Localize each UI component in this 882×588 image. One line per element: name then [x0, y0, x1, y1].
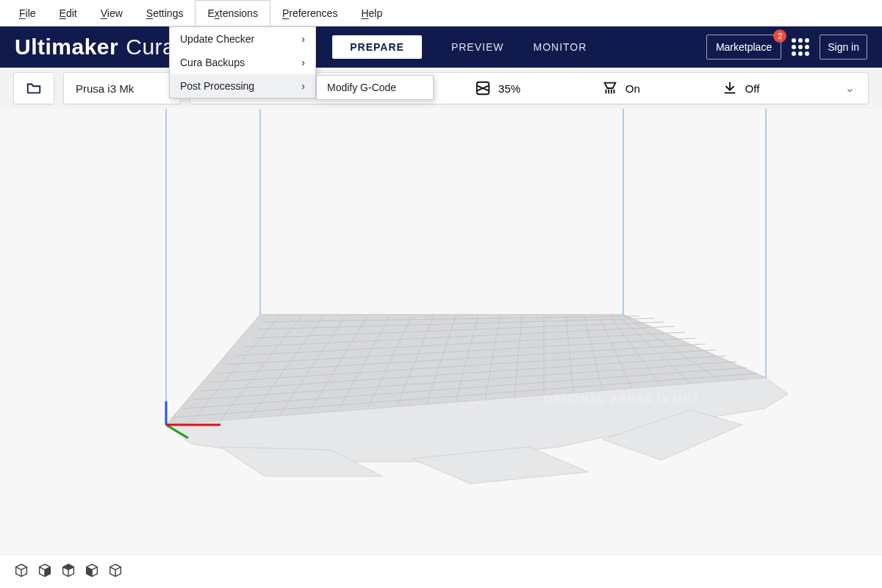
- printer-selector[interactable]: Prusa i3 Mk: [63, 72, 181, 104]
- dropdown-post-processing-label: Post Processing: [180, 80, 254, 92]
- view-3d-icon[interactable]: [13, 562, 29, 581]
- folder-icon: [26, 80, 42, 96]
- support-group: On: [602, 80, 640, 96]
- dropdown-post-processing[interactable]: Post Processing ›: [170, 74, 315, 98]
- menu-help-label: Help: [361, 7, 382, 19]
- tab-preview[interactable]: PREVIEW: [451, 37, 504, 57]
- printer-name: Prusa i3 Mk: [76, 82, 134, 95]
- infill-group: 35%: [475, 80, 520, 96]
- menu-preferences-label: Preferences: [282, 7, 338, 19]
- view-right-icon[interactable]: [107, 562, 123, 581]
- adhesion-icon: [722, 80, 738, 96]
- infill-value: 35%: [498, 82, 520, 95]
- post-processing-submenu: Modify G-Code: [316, 75, 434, 100]
- menu-view-label: View: [101, 7, 123, 19]
- marketplace-label: Marketplace: [716, 41, 772, 53]
- menu-file-label: File: [19, 7, 36, 19]
- view-top-icon[interactable]: [60, 562, 76, 581]
- support-value: On: [625, 82, 640, 95]
- marketplace-badge: 2: [773, 29, 786, 43]
- chevron-right-icon: ›: [301, 33, 305, 45]
- menu-view[interactable]: View: [89, 0, 135, 26]
- tab-prepare-label: PREPARE: [350, 41, 404, 53]
- signin-label: Sign in: [828, 41, 859, 53]
- dropdown-update-checker[interactable]: Update Checker ›: [170, 27, 315, 51]
- tab-monitor-label: MONITOR: [534, 41, 587, 53]
- chevron-right-icon: ›: [301, 80, 305, 92]
- brand-thin: Cura: [126, 35, 175, 60]
- tab-monitor[interactable]: MONITOR: [534, 37, 587, 57]
- menu-extensions[interactable]: Extensions: [195, 0, 270, 26]
- dropdown-cura-backups[interactable]: Cura Backups ›: [170, 51, 315, 74]
- open-file-button[interactable]: [13, 72, 54, 104]
- chevron-down-icon: ⌄: [845, 82, 855, 95]
- viewbar: [0, 556, 882, 588]
- dropdown-cura-backups-label: Cura Backups: [180, 57, 245, 68]
- marketplace-button[interactable]: Marketplace 2: [706, 35, 781, 60]
- menubar: File Edit View Settings Extensions Prefe…: [0, 0, 882, 26]
- brand-bold: Ultimaker: [15, 35, 118, 60]
- extensions-dropdown: Update Checker › Cura Backups › Post Pro…: [169, 26, 316, 98]
- apps-grid-icon[interactable]: [792, 38, 809, 56]
- menu-edit-label: Edit: [60, 7, 77, 19]
- submenu-modify-gcode-label: Modify G-Code: [327, 82, 396, 93]
- menu-file[interactable]: File: [7, 0, 48, 26]
- tab-prepare[interactable]: PREPARE: [332, 35, 422, 59]
- dropdown-update-checker-label: Update Checker: [180, 33, 254, 45]
- signin-button[interactable]: Sign in: [820, 35, 867, 60]
- infill-icon: [475, 80, 491, 96]
- support-icon: [602, 80, 618, 96]
- menu-extensions-label: Extensions: [207, 7, 258, 19]
- viewport-3d[interactable]: ORIGINAL PRUSA i3 MK3: [0, 109, 882, 556]
- stage-tabs: PREPARE PREVIEW MONITOR: [332, 35, 587, 59]
- view-front-icon[interactable]: [37, 562, 53, 581]
- menu-help[interactable]: Help: [349, 0, 394, 26]
- menu-edit[interactable]: Edit: [48, 0, 89, 26]
- submenu-modify-gcode[interactable]: Modify G-Code: [317, 76, 433, 99]
- adhesion-group: Off: [722, 80, 760, 96]
- buildplate-text: ORIGINAL PRUSA i3 MK3: [544, 393, 700, 405]
- chevron-right-icon: ›: [301, 57, 305, 68]
- menu-settings[interactable]: Settings: [135, 0, 196, 26]
- menu-preferences[interactable]: Preferences: [270, 0, 350, 26]
- menu-settings-label: Settings: [146, 7, 184, 19]
- toolbar: Prusa i3 Mk ⌄ Fine - 0.15mm 35% On Off ⌄: [0, 68, 882, 109]
- tab-preview-label: PREVIEW: [451, 41, 504, 53]
- adhesion-value: Off: [745, 82, 760, 95]
- brand-logo: Ultimaker Cura: [15, 35, 175, 60]
- view-left-icon[interactable]: [84, 562, 100, 581]
- brandbar: Ultimaker Cura PREPARE PREVIEW MONITOR M…: [0, 26, 882, 68]
